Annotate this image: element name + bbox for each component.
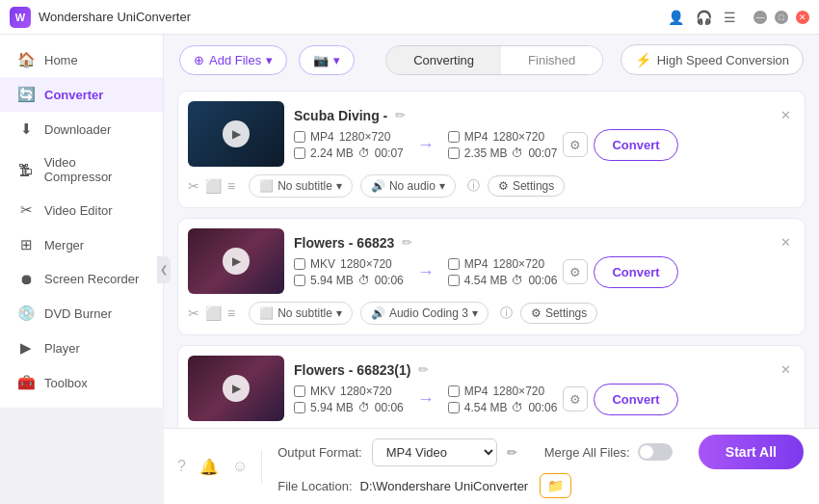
subtitle-selector-2[interactable]: ⬜ No subtitle ▾ — [249, 302, 353, 325]
close-item-1[interactable]: ✕ — [777, 108, 795, 122]
start-all-button[interactable]: Start All — [699, 435, 804, 469]
speed-conversion-button[interactable]: ⚡ High Speed Conversion — [621, 44, 804, 75]
hamburger-icon[interactable]: ☰ — [724, 10, 736, 25]
add-files-button[interactable]: ⊕ Add Files ▾ — [179, 45, 287, 75]
src-size-check-3[interactable] — [294, 402, 305, 413]
crop-icon-1[interactable]: ⬜ — [205, 178, 222, 194]
help-icon[interactable]: ? — [177, 458, 186, 476]
item3-title: Flowers - 66823(1) — [294, 362, 410, 378]
scissors-icon-2[interactable]: ✂ — [188, 305, 199, 321]
conv-info-2: Flowers - 66823 ✏ ✕ MKV 1280×720 — [294, 235, 795, 288]
src-format-check-1[interactable] — [294, 131, 305, 143]
audio-label-2: Audio Coding 3 — [389, 306, 468, 320]
src-format-box-3: MKV 1280×720 5.94 MB ⏱ 00:06 — [294, 385, 404, 414]
dst-format-check-3[interactable] — [448, 385, 460, 397]
edit-icon-1[interactable]: ✏ — [395, 108, 406, 122]
convert-button-2[interactable]: Convert — [594, 256, 677, 288]
subtitle-selector-1[interactable]: ⬜ No subtitle ▾ — [249, 174, 353, 198]
conv-item-top-3: ▶ Flowers - 66823(1) ✏ ✕ — [188, 356, 795, 421]
maximize-button[interactable]: □ — [775, 11, 788, 24]
dst-res-1: 1280×720 — [492, 130, 544, 144]
settings-button-1[interactable]: ⚙ Settings — [488, 175, 565, 197]
tab-finished[interactable]: Finished — [501, 46, 602, 74]
sidebar-label-converter: Converter — [44, 88, 103, 102]
play-button-2[interactable]: ▶ — [223, 248, 250, 275]
output-format-select[interactable]: MP4 Video — [372, 438, 497, 466]
src-format-box-1: MP4 1280×720 2.24 MB ⏱ 00:07 — [294, 130, 404, 160]
conv-item-top-2: ▶ Flowers - 66823 ✏ ✕ — [188, 228, 795, 294]
sidebar-item-player[interactable]: ▶ Player — [0, 331, 163, 365]
sidebar-item-converter[interactable]: 🔄 Converter — [0, 77, 163, 112]
src-size-1: 2.24 MB — [310, 146, 354, 160]
src-dur-val-3: 00:06 — [375, 401, 404, 414]
src-format-2: MKV — [310, 257, 335, 271]
sidebar-item-screen-recorder[interactable]: ⏺ Screen Recorder — [0, 262, 163, 296]
dst-size-row-1: 2.35 MB ⏱ 00:07 — [448, 146, 558, 160]
close-item-3[interactable]: ✕ — [777, 362, 795, 377]
headset-icon[interactable]: 🎧 — [696, 10, 712, 25]
edit-format-icon[interactable]: ✏ — [507, 445, 517, 460]
sidebar-item-video-editor[interactable]: ✂ Video Editor — [0, 193, 163, 227]
scissors-icon-1[interactable]: ✂ — [188, 178, 199, 194]
sidebar-item-home[interactable]: 🏠 Home — [0, 42, 163, 77]
audio-chevron-2: ▾ — [472, 306, 478, 320]
merge-toggle-switch[interactable] — [638, 443, 673, 461]
close-item-2[interactable]: ✕ — [777, 235, 795, 250]
edit-icon-2[interactable]: ✏ — [402, 235, 412, 250]
titlebar-right: 👤 🎧 ☰ — □ ✕ — [668, 10, 809, 25]
sidebar-collapse-button[interactable]: ❮ — [157, 256, 171, 283]
sidebar-item-video-compressor[interactable]: 🗜 Video Compressor — [0, 146, 163, 193]
audio-selector-1[interactable]: 🔊 No audio ▾ — [360, 174, 456, 198]
info-icon-1[interactable]: ⓘ — [467, 177, 480, 195]
dst-size-check-1[interactable] — [448, 147, 460, 159]
sidebar-item-dvd-burner[interactable]: 💿 DVD Burner — [0, 296, 163, 331]
sidebar-item-merger[interactable]: ⊞ Merger — [0, 227, 163, 262]
config-icon-1[interactable]: ⚙ — [563, 132, 588, 157]
settings-button-2[interactable]: ⚙ Settings — [520, 303, 597, 324]
dst-format-check-1[interactable] — [448, 131, 460, 143]
sidebar-label-editor: Video Editor — [44, 203, 113, 218]
convert-button-1[interactable]: Convert — [594, 129, 677, 161]
file-location-value: D:\Wondershare UniConverter — [360, 479, 529, 493]
close-button[interactable]: ✕ — [796, 11, 809, 24]
add-files-label: Add Files — [209, 53, 261, 67]
gear-icon-1: ⚙ — [498, 179, 509, 193]
src-res-1: 1280×720 — [339, 130, 391, 144]
settings-label-2: Settings — [545, 306, 587, 320]
effects-icon-2[interactable]: ≡ — [227, 305, 235, 321]
user-icon[interactable]: 👤 — [668, 10, 684, 25]
tab-converting[interactable]: Converting — [386, 46, 501, 74]
play-button-3[interactable]: ▶ — [223, 375, 250, 402]
sidebar-label-dvd: DVD Burner — [44, 306, 112, 321]
compressor-icon: 🗜 — [17, 162, 35, 178]
folder-browse-button[interactable]: 📁 — [540, 473, 571, 498]
effects-icon-1[interactable]: ≡ — [227, 178, 235, 194]
file-location-row: File Location: D:\Wondershare UniConvert… — [277, 473, 804, 498]
sidebar-item-downloader[interactable]: ⬇ Downloader — [0, 112, 163, 146]
dst-format-check-2[interactable] — [448, 258, 460, 270]
edit-icon-3[interactable]: ✏ — [418, 362, 429, 377]
info-icon-2[interactable]: ⓘ — [500, 305, 513, 322]
conv-info-1: Scuba Diving - ✏ ✕ MP4 1280×720 — [294, 108, 795, 161]
smiley-icon[interactable]: ☺ — [232, 458, 248, 476]
dst-size-check-2[interactable] — [448, 275, 460, 286]
src-size-check-2[interactable] — [294, 275, 305, 286]
dst-format-box-3: MP4 1280×720 4.54 MB ⏱ 00:06 — [448, 385, 558, 414]
src-format-check-2[interactable] — [294, 258, 305, 270]
convert-button-3[interactable]: Convert — [594, 384, 677, 415]
items-container: ▶ Scuba Diving - ✏ ✕ — [164, 85, 819, 428]
add-camcorder-button[interactable]: 📷 ▾ — [299, 45, 355, 75]
play-button-1[interactable]: ▶ — [223, 120, 250, 147]
config-icon-2[interactable]: ⚙ — [563, 259, 588, 284]
bell-icon[interactable]: 🔔 — [199, 458, 219, 476]
src-dur-val-2: 00:06 — [375, 274, 404, 287]
src-format-check-3[interactable] — [294, 385, 305, 397]
sidebar-item-toolbox[interactable]: 🧰 Toolbox — [0, 365, 163, 400]
dst-res-2: 1280×720 — [492, 257, 544, 271]
crop-icon-2[interactable]: ⬜ — [205, 305, 222, 321]
audio-selector-2[interactable]: 🔊 Audio Coding 3 ▾ — [360, 302, 489, 325]
src-size-check-1[interactable] — [294, 147, 305, 159]
config-icon-3[interactable]: ⚙ — [563, 386, 588, 411]
minimize-button[interactable]: — — [753, 11, 767, 24]
dst-size-check-3[interactable] — [448, 402, 460, 413]
